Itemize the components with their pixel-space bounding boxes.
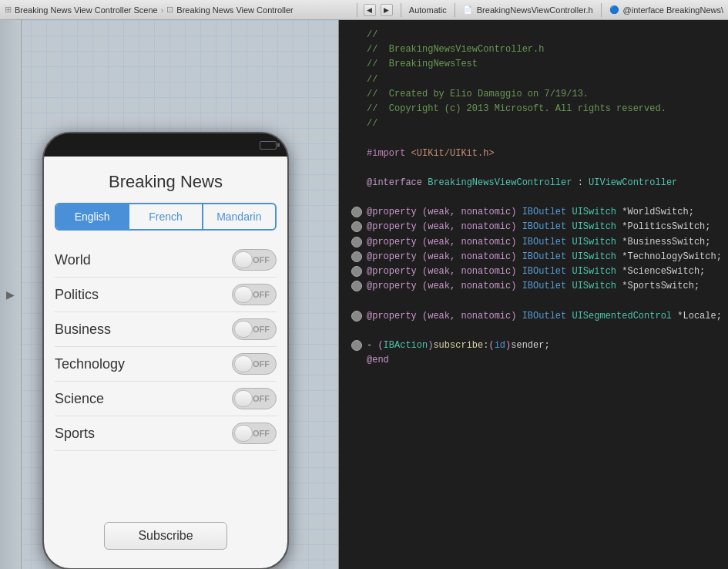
code-text-18: *SportsSwitch;	[616, 279, 699, 294]
toggle-list: World OFF Politics OFF	[44, 243, 287, 451]
code-type-13: UISwitch	[572, 205, 616, 220]
controller-icon: ⊡	[166, 5, 173, 15]
code-kw-14: IBOutlet	[522, 220, 572, 234]
code-parens-22b: )	[428, 338, 433, 353]
code-line-17: @property (weak, nonatomic) IBOutlet UIS…	[351, 264, 716, 279]
toggle-row-science: Science OFF	[55, 382, 277, 416]
left-sidebar: ▶	[0, 20, 22, 569]
file-label-2[interactable]: @interface BreakingNews\	[623, 5, 723, 15]
iphone-top-bar	[44, 133, 287, 157]
code-text-8	[367, 131, 372, 146]
code-at-13: @property	[367, 205, 422, 220]
code-line-4: //	[351, 72, 716, 87]
code-text-6: // Copyright (c) 2013 Microsoft. All rig…	[367, 102, 666, 116]
sidebar-arrow[interactable]: ▶	[3, 283, 18, 306]
toggle-knob-sports	[234, 425, 253, 442]
scene-icon: ⊞	[5, 5, 12, 15]
iphone-frame: Breaking News English French Mandarin Wo…	[42, 132, 289, 569]
code-kw-20: IBOutlet	[522, 309, 572, 324]
code-line-15: @property (weak, nonatomic) IBOutlet UIS…	[351, 235, 716, 250]
toggle-state-technology: OFF	[253, 359, 270, 369]
code-at-18: @property	[367, 279, 422, 294]
code-line-1: //	[351, 28, 716, 42]
toggle-label-technology: Technology	[55, 356, 125, 372]
code-kw-16: IBOutlet	[522, 250, 572, 264]
seg-btn-french[interactable]: French	[129, 204, 203, 229]
toggle-knob-politics	[234, 286, 253, 303]
mode-label[interactable]: Automatic	[409, 5, 447, 15]
code-text-12	[367, 190, 372, 205]
toggle-knob-business	[234, 321, 253, 338]
seg-btn-english[interactable]: English	[56, 204, 129, 229]
seg-btn-mandarin[interactable]: Mandarin	[203, 204, 275, 229]
code-parens-13: (weak, nonatomic)	[422, 205, 522, 220]
file-label-1[interactable]: BreakingNewsViewController.h	[477, 5, 593, 15]
toggle-label-politics: Politics	[55, 287, 99, 303]
code-text-7: //	[367, 116, 377, 131]
subscribe-button[interactable]: Subscribe	[104, 522, 227, 550]
toggle-knob-world	[234, 251, 253, 268]
code-line-16: @property (weak, nonatomic) IBOutlet UIS…	[351, 250, 716, 264]
code-editor: // // BreakingNewsViewController.h // Br…	[339, 20, 728, 569]
gutter-dot-15	[351, 237, 362, 247]
code-line-14: @property (weak, nonatomic) IBOutlet UIS…	[351, 220, 716, 234]
code-type-18: UISwitch	[572, 279, 616, 294]
code-text-3: // BreakingNewsTest	[367, 57, 478, 72]
code-text-22: sender;	[511, 338, 549, 353]
toggle-row-world: World OFF	[55, 243, 277, 278]
code-type-15: UISwitch	[572, 235, 616, 250]
code-kw-22: id	[495, 338, 505, 353]
toggle-row-politics: Politics OFF	[55, 278, 277, 312]
gutter-dot-13	[351, 207, 362, 217]
code-text-20: *Locale;	[672, 309, 722, 324]
code-import-str: <UIKit/UIKit.h>	[411, 146, 495, 161]
code-line-22: - (IBAction)subscribe:(id)sender;	[351, 338, 716, 353]
nav-forward-button[interactable]: ▶	[381, 4, 393, 16]
iphone-screen: Breaking News English French Mandarin Wo…	[44, 157, 287, 568]
code-dash-22: -	[367, 338, 377, 353]
code-at-20: @property	[367, 309, 422, 324]
toggle-label-science: Science	[55, 391, 104, 407]
gutter-dot-20	[351, 311, 362, 322]
toggle-label-business: Business	[55, 322, 111, 338]
breadcrumb-scene-label: Breaking News View Controller Scene	[15, 5, 158, 15]
code-parens-15: (weak, nonatomic)	[422, 235, 522, 250]
toggle-knob-technology	[234, 355, 253, 372]
left-panel: ▶ Breaking News English French Mandarin …	[0, 20, 339, 569]
toggle-switch-technology[interactable]: OFF	[232, 353, 277, 375]
code-parens-20: (weak, nonatomic)	[422, 309, 522, 324]
toggle-label-sports: Sports	[55, 426, 95, 442]
gutter-dot-18	[351, 281, 362, 291]
toggle-switch-politics[interactable]: OFF	[232, 284, 277, 305]
code-text-2: // BreakingNewsViewController.h	[367, 42, 544, 57]
code-text-15: *BusinessSwitch;	[616, 235, 710, 250]
toolbar-divider-3	[455, 3, 455, 17]
code-type-16: UISwitch	[572, 250, 616, 264]
code-line-18: @property (weak, nonatomic) IBOutlet UIS…	[351, 279, 716, 294]
toggle-switch-business[interactable]: OFF	[232, 318, 277, 340]
code-text-13: *WorldSwitch;	[616, 205, 694, 220]
code-text-16: *TechnologySwitch;	[616, 250, 722, 264]
code-text-10	[367, 161, 372, 176]
toolbar-divider-4	[601, 3, 602, 17]
toggle-switch-sports[interactable]: OFF	[232, 423, 277, 444]
gutter-dot-22	[351, 340, 362, 351]
gutter-dot-17	[351, 266, 362, 277]
file-icon-1: 📄	[463, 5, 472, 14]
toolbar-right: ◀ ▶ Automatic 📄 BreakingNewsViewControll…	[364, 3, 723, 17]
code-text-11b: BreakingNewsViewController	[428, 176, 572, 190]
code-line-6: // Copyright (c) 2013 Microsoft. All rig…	[351, 102, 716, 116]
code-kw-13: IBOutlet	[522, 205, 572, 220]
code-kw-18: IBOutlet	[522, 279, 572, 294]
code-text-11a: @interface	[367, 176, 428, 190]
toggle-state-sports: OFF	[253, 429, 270, 438]
code-line-20: @property (weak, nonatomic) IBOutlet UIS…	[351, 309, 716, 324]
nav-back-button[interactable]: ◀	[364, 4, 376, 16]
code-text-9: #import	[367, 146, 411, 161]
code-parens-22c: (	[488, 338, 494, 353]
segmented-control[interactable]: English French Mandarin	[55, 203, 277, 231]
toggle-switch-world[interactable]: OFF	[232, 249, 277, 271]
code-text-21	[367, 324, 372, 338]
code-at-16: @property	[367, 250, 422, 264]
toggle-switch-science[interactable]: OFF	[232, 388, 277, 409]
